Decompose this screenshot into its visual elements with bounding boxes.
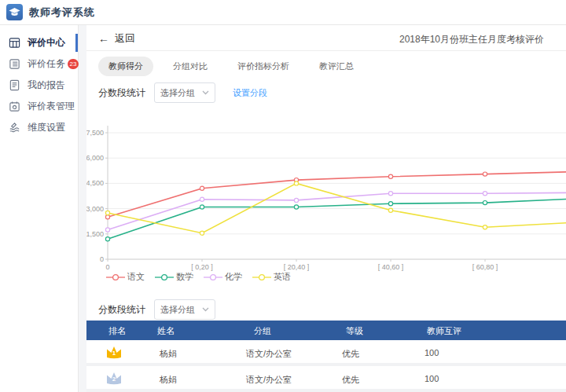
svg-text:7,500: 7,500	[86, 129, 104, 137]
column-header-name: 姓名	[157, 325, 175, 337]
legend-marker-icon	[204, 273, 222, 281]
dimension-icon	[9, 122, 20, 134]
sidebar-item-label: 我的报告	[28, 79, 65, 92]
table-header-row: 排名 姓名 分组 等级 教师互评	[86, 321, 566, 340]
form-manage-icon	[9, 101, 20, 112]
legend-item-chinese[interactable]: 语文	[106, 271, 145, 283]
sidebar-item-my-reports[interactable]: 我的报告	[0, 75, 78, 96]
tab-group-comparison[interactable]: 分组对比	[173, 60, 208, 72]
legend-marker-icon	[252, 273, 271, 281]
tab-evaluation-summary[interactable]: 教评汇总	[319, 60, 354, 72]
sidebar-item-evaluation-center[interactable]: 评价中心	[0, 32, 78, 53]
legend-marker-icon	[155, 273, 174, 281]
teacher-grade: 优先	[342, 374, 359, 386]
table-row[interactable]: 2 杨娟 语文/办公室 优先 100	[86, 366, 566, 392]
sidebar-item-label: 评价表管理	[28, 100, 75, 113]
score-segment-controls-top: 分数段统计 选择分组 设置分段	[98, 82, 267, 103]
tab-indicator-analysis[interactable]: 评价指标分析	[237, 60, 289, 72]
column-header-peer-score: 教师互评	[427, 325, 461, 337]
task-list-icon	[9, 58, 20, 70]
table-row[interactable]: 1 杨娟 语文/办公室 优先 100	[86, 340, 566, 366]
peer-score: 100	[424, 348, 439, 357]
svg-text:[ 20,40 ]: [ 20,40 ]	[284, 263, 310, 271]
app-logo	[6, 4, 23, 20]
legend-item-english[interactable]: 英语	[252, 271, 291, 283]
task-count-badge: 23	[68, 59, 79, 69]
teacher-group: 语文/办公室	[246, 348, 292, 360]
teacher-grade: 优先	[342, 348, 359, 360]
back-button[interactable]: ← 返回	[98, 31, 135, 46]
page-title: 2018年10月份班主任月度考核评价	[399, 33, 544, 46]
report-icon	[9, 79, 20, 91]
svg-text:1,500: 1,500	[86, 230, 104, 238]
svg-text:0: 0	[100, 255, 104, 263]
back-label: 返回	[115, 31, 135, 46]
toolbar: ← 返回 2018年10月份班主任月度考核评价	[86, 25, 566, 51]
column-header-group: 分组	[254, 325, 271, 337]
line-chart-canvas: 01,5003,0004,5006,0007,5000[ 0,20 ][ 20,…	[86, 118, 566, 275]
sidebar-item-evaluation-tasks[interactable]: 评价任务 23	[0, 53, 78, 75]
group-select-bottom[interactable]: 选择分组	[154, 299, 215, 320]
rank-crown-gold-icon: 1	[104, 344, 124, 361]
teacher-group: 语文/办公室	[246, 374, 292, 386]
graduation-cap-icon	[9, 7, 20, 17]
back-arrow-icon: ←	[98, 32, 109, 45]
tab-teacher-scores[interactable]: 教师得分	[98, 57, 153, 76]
rank-crown-silver-icon: 2	[104, 370, 124, 387]
ranking-table: 排名 姓名 分组 等级 教师互评 1 杨娟 语文/办公室 优先 100 2 杨娟…	[86, 321, 566, 392]
tab-bar: 教师得分 分组对比 评价指标分析 教评汇总	[98, 57, 384, 76]
legend-marker-icon	[106, 273, 125, 281]
grid-icon	[9, 37, 20, 49]
svg-text:6,000: 6,000	[86, 154, 104, 162]
sidebar-item-form-management[interactable]: 评价表管理	[0, 96, 78, 117]
score-segment-label: 分数段统计	[98, 86, 145, 100]
group-select[interactable]: 选择分组	[154, 82, 215, 103]
active-indicator-bar	[75, 34, 78, 52]
score-line-chart: 01,5003,0004,5006,0007,5000[ 0,20 ][ 20,…	[86, 118, 566, 275]
set-segment-link[interactable]: 设置分段	[233, 87, 267, 99]
chevron-down-icon	[202, 307, 209, 312]
chevron-down-icon	[202, 90, 209, 95]
svg-text:0: 0	[105, 263, 109, 271]
svg-text:[ 60,80 ]: [ 60,80 ]	[472, 263, 498, 271]
sidebar-item-dimension-settings[interactable]: 维度设置	[0, 117, 78, 138]
app-window: 教师考评系统 评价中心 评价任务 23 我的报告 评	[0, 0, 566, 392]
svg-text:3,000: 3,000	[86, 205, 104, 213]
sidebar-item-label: 评价任务	[28, 57, 65, 71]
app-title: 教师考评系统	[29, 5, 95, 20]
svg-text:[ 0,20 ]: [ 0,20 ]	[191, 263, 213, 271]
chart-legend: 语文 数学 化学 英语	[106, 271, 301, 283]
svg-text:[ 40,60 ]: [ 40,60 ]	[378, 263, 404, 271]
teacher-name: 杨娟	[160, 374, 177, 386]
svg-text:4,500: 4,500	[86, 179, 104, 187]
main-content: ← 返回 2018年10月份班主任月度考核评价 教师得分 分组对比 评价指标分析…	[86, 25, 566, 392]
score-segment-controls-bottom: 分数段统计 选择分组	[98, 299, 215, 320]
sidebar-item-label: 维度设置	[28, 121, 65, 134]
top-header: 教师考评系统	[0, 0, 566, 25]
column-header-rank: 排名	[108, 325, 126, 337]
sidebar-item-label: 评价中心	[28, 36, 65, 49]
peer-score: 100	[424, 374, 439, 383]
column-header-grade: 等级	[346, 325, 363, 337]
legend-item-chemistry[interactable]: 化学	[204, 271, 242, 283]
score-segment-label: 分数段统计	[98, 303, 145, 317]
sidebar-content-gutter	[79, 25, 86, 392]
legend-item-math[interactable]: 数学	[155, 271, 193, 283]
sidebar: 评价中心 评价任务 23 我的报告 评价表管理 维度设置	[0, 25, 79, 392]
teacher-name: 杨娟	[160, 348, 177, 360]
